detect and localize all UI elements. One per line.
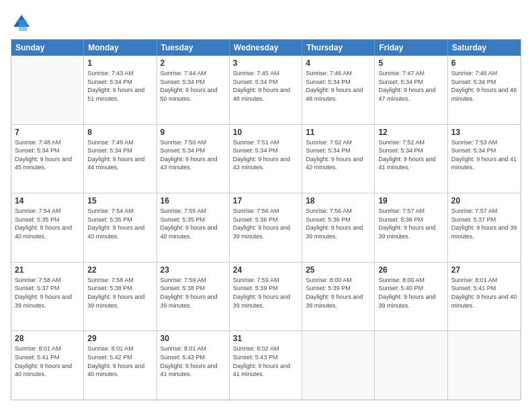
cal-cell: 20Sunrise: 7:57 AMSunset: 5:37 PMDayligh… — [448, 193, 521, 262]
header-day-friday: Friday — [375, 40, 447, 56]
day-number: 21 — [15, 265, 80, 275]
week-row-2: 14Sunrise: 7:54 AMSunset: 5:35 PMDayligh… — [11, 193, 521, 263]
day-number: 4 — [306, 58, 371, 68]
cal-cell — [11, 56, 84, 124]
header-day-tuesday: Tuesday — [157, 40, 230, 56]
cal-cell: 16Sunrise: 7:55 AMSunset: 5:35 PMDayligh… — [157, 193, 230, 262]
day-number: 20 — [451, 196, 517, 205]
cell-info: Sunrise: 8:01 AMSunset: 5:42 PMDaylight:… — [87, 345, 152, 378]
cell-info: Sunrise: 7:46 AMSunset: 5:34 PMDaylight:… — [306, 69, 371, 103]
day-number: 29 — [87, 334, 152, 343]
week-row-4: 28Sunrise: 8:01 AMSunset: 5:41 PMDayligh… — [11, 331, 521, 400]
cal-cell: 31Sunrise: 8:02 AMSunset: 5:43 PMDayligh… — [230, 331, 302, 400]
cell-info: Sunrise: 8:00 AMSunset: 5:40 PMDaylight:… — [378, 276, 443, 310]
cal-cell — [375, 331, 447, 400]
day-number: 25 — [306, 265, 371, 275]
cal-cell: 9Sunrise: 7:50 AMSunset: 5:34 PMDaylight… — [157, 125, 230, 193]
cell-info: Sunrise: 7:48 AMSunset: 5:34 PMDaylight:… — [15, 138, 80, 172]
cal-cell: 24Sunrise: 7:59 AMSunset: 5:39 PMDayligh… — [230, 263, 302, 331]
logo-icon — [12, 13, 31, 32]
cell-info: Sunrise: 7:59 AMSunset: 5:39 PMDaylight:… — [233, 276, 298, 310]
cal-cell: 11Sunrise: 7:52 AMSunset: 5:34 PMDayligh… — [302, 125, 375, 193]
cell-info: Sunrise: 7:48 AMSunset: 5:34 PMDaylight:… — [451, 69, 517, 103]
cell-info: Sunrise: 7:54 AMSunset: 5:35 PMDaylight:… — [15, 207, 80, 240]
cal-cell: 10Sunrise: 7:51 AMSunset: 5:34 PMDayligh… — [230, 125, 302, 193]
day-number: 8 — [87, 128, 152, 137]
cal-cell: 23Sunrise: 7:59 AMSunset: 5:38 PMDayligh… — [157, 263, 230, 331]
day-number: 22 — [87, 265, 152, 275]
day-number: 10 — [233, 128, 298, 137]
cell-info: Sunrise: 7:51 AMSunset: 5:34 PMDaylight:… — [233, 138, 298, 172]
cell-info: Sunrise: 7:57 AMSunset: 5:37 PMDaylight:… — [451, 207, 517, 240]
cal-cell: 7Sunrise: 7:48 AMSunset: 5:34 PMDaylight… — [11, 125, 84, 193]
day-number: 31 — [233, 334, 298, 343]
day-number: 7 — [15, 128, 80, 137]
day-number: 30 — [161, 334, 226, 343]
cell-info: Sunrise: 7:58 AMSunset: 5:37 PMDaylight:… — [15, 276, 80, 310]
day-number: 17 — [233, 196, 298, 205]
cal-cell: 12Sunrise: 7:52 AMSunset: 5:34 PMDayligh… — [375, 125, 447, 193]
day-number: 19 — [378, 196, 443, 205]
day-number: 3 — [233, 58, 298, 68]
cell-info: Sunrise: 7:54 AMSunset: 5:35 PMDaylight:… — [87, 207, 152, 240]
day-number: 15 — [87, 196, 152, 205]
cal-cell: 27Sunrise: 8:01 AMSunset: 5:41 PMDayligh… — [448, 263, 521, 331]
day-number: 28 — [15, 334, 80, 343]
cell-info: Sunrise: 8:00 AMSunset: 5:39 PMDaylight:… — [306, 276, 371, 310]
cell-info: Sunrise: 7:55 AMSunset: 5:35 PMDaylight:… — [161, 207, 226, 240]
cell-info: Sunrise: 8:01 AMSunset: 5:41 PMDaylight:… — [451, 276, 517, 310]
cell-info: Sunrise: 7:53 AMSunset: 5:34 PMDaylight:… — [451, 138, 517, 172]
cal-cell: 17Sunrise: 7:56 AMSunset: 5:36 PMDayligh… — [230, 193, 302, 262]
day-number: 18 — [306, 196, 371, 205]
day-number: 13 — [451, 128, 517, 137]
cell-info: Sunrise: 7:59 AMSunset: 5:38 PMDaylight:… — [161, 276, 226, 310]
day-number: 9 — [161, 128, 226, 137]
calendar-body: 1Sunrise: 7:43 AMSunset: 5:34 PMDaylight… — [11, 56, 521, 400]
header-day-saturday: Saturday — [448, 40, 521, 56]
day-number: 23 — [161, 265, 226, 275]
day-number: 12 — [378, 128, 443, 137]
cell-info: Sunrise: 7:58 AMSunset: 5:38 PMDaylight:… — [87, 276, 152, 310]
cal-cell: 26Sunrise: 8:00 AMSunset: 5:40 PMDayligh… — [375, 263, 447, 331]
cal-cell: 2Sunrise: 7:44 AMSunset: 5:34 PMDaylight… — [157, 56, 230, 124]
week-row-0: 1Sunrise: 7:43 AMSunset: 5:34 PMDaylight… — [11, 56, 521, 125]
cell-info: Sunrise: 7:49 AMSunset: 5:34 PMDaylight:… — [87, 138, 152, 172]
cal-cell: 25Sunrise: 8:00 AMSunset: 5:39 PMDayligh… — [302, 263, 375, 331]
cal-cell: 14Sunrise: 7:54 AMSunset: 5:35 PMDayligh… — [11, 193, 84, 262]
cal-cell: 18Sunrise: 7:56 AMSunset: 5:36 PMDayligh… — [302, 193, 375, 262]
cell-info: Sunrise: 7:56 AMSunset: 5:36 PMDaylight:… — [233, 207, 298, 240]
calendar-header: SundayMondayTuesdayWednesdayThursdayFrid… — [11, 40, 521, 56]
header-day-monday: Monday — [84, 40, 157, 56]
day-number: 1 — [87, 58, 152, 68]
page: SundayMondayTuesdayWednesdayThursdayFrid… — [0, 0, 532, 411]
header-day-wednesday: Wednesday — [230, 40, 302, 56]
svg-marker-1 — [19, 20, 27, 31]
cal-cell: 28Sunrise: 8:01 AMSunset: 5:41 PMDayligh… — [11, 331, 84, 400]
day-number: 2 — [161, 58, 226, 68]
week-row-3: 21Sunrise: 7:58 AMSunset: 5:37 PMDayligh… — [11, 263, 521, 332]
cell-info: Sunrise: 7:50 AMSunset: 5:34 PMDaylight:… — [161, 138, 226, 172]
cal-cell: 3Sunrise: 7:45 AMSunset: 5:34 PMDaylight… — [230, 56, 302, 124]
cal-cell: 4Sunrise: 7:46 AMSunset: 5:34 PMDaylight… — [302, 56, 375, 124]
logo — [11, 13, 31, 32]
day-number: 6 — [451, 58, 517, 68]
cal-cell: 6Sunrise: 7:48 AMSunset: 5:34 PMDaylight… — [448, 56, 521, 124]
week-row-1: 7Sunrise: 7:48 AMSunset: 5:34 PMDaylight… — [11, 125, 521, 194]
cell-info: Sunrise: 7:57 AMSunset: 5:36 PMDaylight:… — [378, 207, 443, 240]
cal-cell: 30Sunrise: 8:01 AMSunset: 5:43 PMDayligh… — [157, 331, 230, 400]
cal-cell: 21Sunrise: 7:58 AMSunset: 5:37 PMDayligh… — [11, 263, 84, 331]
cell-info: Sunrise: 7:56 AMSunset: 5:36 PMDaylight:… — [306, 207, 371, 240]
cal-cell: 19Sunrise: 7:57 AMSunset: 5:36 PMDayligh… — [375, 193, 447, 262]
day-number: 24 — [233, 265, 298, 275]
cal-cell: 8Sunrise: 7:49 AMSunset: 5:34 PMDaylight… — [84, 125, 157, 193]
cal-cell: 1Sunrise: 7:43 AMSunset: 5:34 PMDaylight… — [84, 56, 157, 124]
calendar: SundayMondayTuesdayWednesdayThursdayFrid… — [11, 39, 521, 400]
header-day-sunday: Sunday — [11, 40, 84, 56]
cal-cell: 15Sunrise: 7:54 AMSunset: 5:35 PMDayligh… — [84, 193, 157, 262]
cell-info: Sunrise: 7:47 AMSunset: 5:34 PMDaylight:… — [378, 69, 443, 103]
day-number: 27 — [451, 265, 517, 275]
cal-cell: 29Sunrise: 8:01 AMSunset: 5:42 PMDayligh… — [84, 331, 157, 400]
cell-info: Sunrise: 8:02 AMSunset: 5:43 PMDaylight:… — [233, 345, 298, 378]
cal-cell — [448, 331, 521, 400]
cell-info: Sunrise: 7:52 AMSunset: 5:34 PMDaylight:… — [306, 138, 371, 172]
